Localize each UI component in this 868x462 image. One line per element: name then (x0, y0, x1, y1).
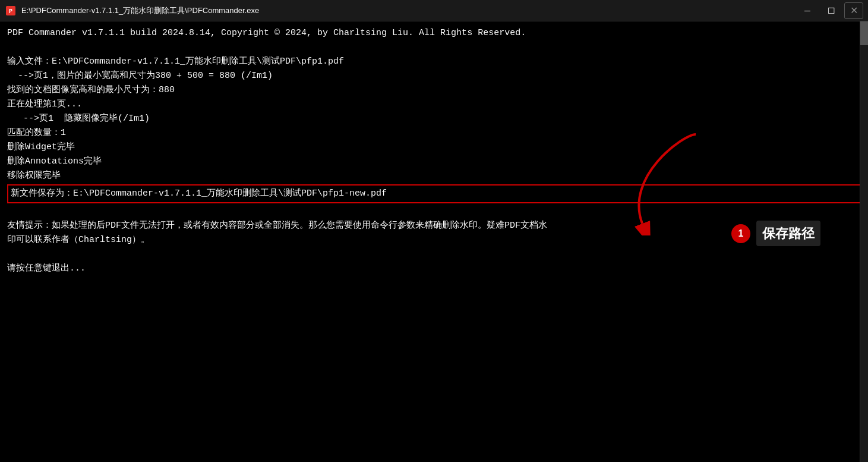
window-title: E:\PDFCommander-v1.7.1.1_万能水印删除工具\PDFCom… (21, 5, 259, 16)
console-line-7: -->页1 隐藏图像完毕(/Im1) (7, 112, 861, 126)
console-line-blank-1 (7, 40, 861, 55)
console-line-3: 输入文件：E:\PDFCommander-v1.7.1.1_万能水印删除工具\测… (7, 55, 861, 69)
maximize-button[interactable]: ☐ (820, 2, 842, 19)
minimize-button[interactable]: ─ (797, 2, 818, 19)
console-line-save-path: 新文件保存为：E:\PDFCommander-v1.7.1.1_万能水印删除工具… (7, 184, 861, 203)
console-line-9: 删除Widget完毕 (7, 140, 861, 155)
console-line-10: 删除Annotations完毕 (7, 155, 861, 169)
scrollbar[interactable] (860, 21, 868, 462)
title-bar-controls: ─ ☐ ✕ (797, 2, 863, 19)
console-line-8: 匹配的数量：1 (7, 126, 861, 140)
console-line-14: 友情提示：如果处理的后PDF文件无法打开，或者有效内容部分或全部消失。那么您需要… (7, 219, 861, 233)
console-line-11: 移除权限完毕 (7, 169, 861, 183)
close-button[interactable]: ✕ (844, 2, 863, 19)
title-bar: P E:\PDFCommander-v1.7.1.1_万能水印删除工具\PDFC… (0, 0, 868, 21)
console-line-5: 找到的文档图像宽高和的最小尺寸为：880 (7, 83, 861, 98)
svg-text:P: P (9, 8, 12, 15)
console-line-exit: 请按任意键退出... (7, 262, 861, 276)
console-line-6: 正在处理第1页... (7, 98, 861, 112)
console-area: PDF Commander v1.7.1.1 build 2024.8.14, … (0, 21, 868, 462)
console-line-1: PDF Commander v1.7.1.1 build 2024.8.14, … (7, 26, 861, 40)
console-line-blank-2 (7, 205, 861, 219)
scrollbar-thumb[interactable] (860, 21, 868, 45)
app-icon: P (5, 5, 17, 17)
console-line-4: -->页1，图片的最小宽高和尺寸为380 + 500 = 880 (/Im1) (7, 69, 861, 83)
title-bar-left: P E:\PDFCommander-v1.7.1.1_万能水印删除工具\PDFC… (5, 5, 259, 17)
console-line-blank-3 (7, 247, 861, 262)
console-line-15: 印可以联系作者（Charltsing）。 (7, 233, 861, 247)
